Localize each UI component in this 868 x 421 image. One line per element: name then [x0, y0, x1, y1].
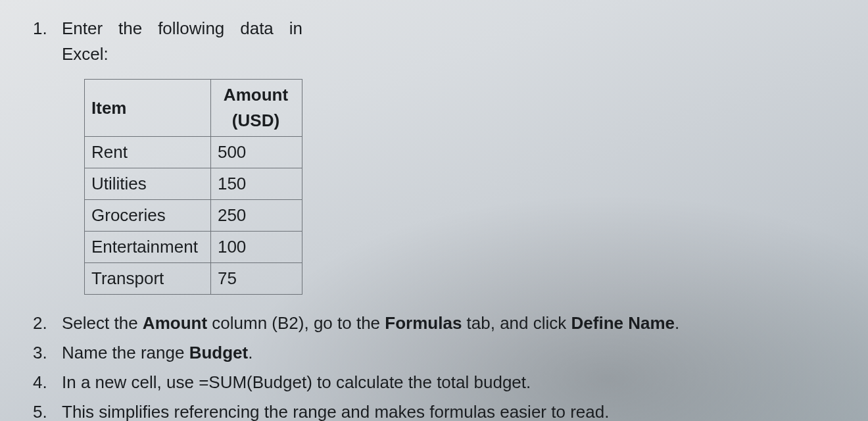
- step-2-text-b: column (B2), go to the: [207, 313, 385, 333]
- step-3: Name the range Budget.: [33, 340, 842, 366]
- step-2: Select the Amount column (B2), go to the…: [33, 310, 842, 336]
- cell-amount: 75: [210, 263, 302, 295]
- step-2-text-c: tab, and click: [462, 313, 571, 333]
- step-2-text-a: Select the: [62, 313, 143, 333]
- step-5-text: This simplifies referencing the range an…: [62, 402, 609, 421]
- bold-define-name: Define Name: [571, 313, 675, 333]
- table-row: Rent 500: [85, 137, 302, 168]
- table-row: Groceries 250: [85, 200, 302, 232]
- step-2-text-d: .: [675, 313, 679, 333]
- header-item: Item: [85, 80, 211, 137]
- header-amount: Amount (USD): [210, 80, 302, 137]
- cell-amount: 100: [210, 232, 302, 263]
- cell-amount: 150: [210, 168, 302, 200]
- step-4-text-a: In a new cell, use: [62, 372, 199, 392]
- step-1: Enter the following data in Excel: Item …: [33, 16, 842, 295]
- instruction-list: Enter the following data in Excel: Item …: [33, 16, 842, 421]
- bold-formulas: Formulas: [385, 313, 462, 333]
- cell-item: Utilities: [85, 168, 211, 200]
- table-row: Entertainment 100: [85, 232, 302, 263]
- step-3-text-b: .: [248, 343, 253, 362]
- step-4-text-b: to calculate the total budget.: [312, 372, 531, 392]
- budget-table: Item Amount (USD) Rent 500 Utilities 150…: [84, 79, 302, 295]
- step-5: This simplifies referencing the range an…: [33, 399, 842, 421]
- step-3-text-a: Name the range: [62, 343, 189, 362]
- table-header-row: Item Amount (USD): [85, 80, 302, 137]
- cell-item: Groceries: [85, 200, 211, 232]
- step-1-text: Enter the following data in Excel:: [62, 18, 302, 64]
- formula-text: =SUM(Budget): [199, 372, 312, 392]
- table-row: Utilities 150: [85, 168, 302, 200]
- table-row: Transport 75: [85, 263, 302, 295]
- step-4: In a new cell, use =SUM(Budget) to calcu…: [33, 370, 842, 395]
- cell-item: Entertainment: [85, 232, 211, 263]
- cell-item: Rent: [85, 137, 211, 168]
- cell-item: Transport: [85, 263, 211, 295]
- cell-amount: 500: [210, 137, 302, 168]
- bold-budget: Budget: [189, 343, 249, 362]
- cell-amount: 250: [210, 200, 302, 232]
- bold-amount: Amount: [143, 313, 207, 333]
